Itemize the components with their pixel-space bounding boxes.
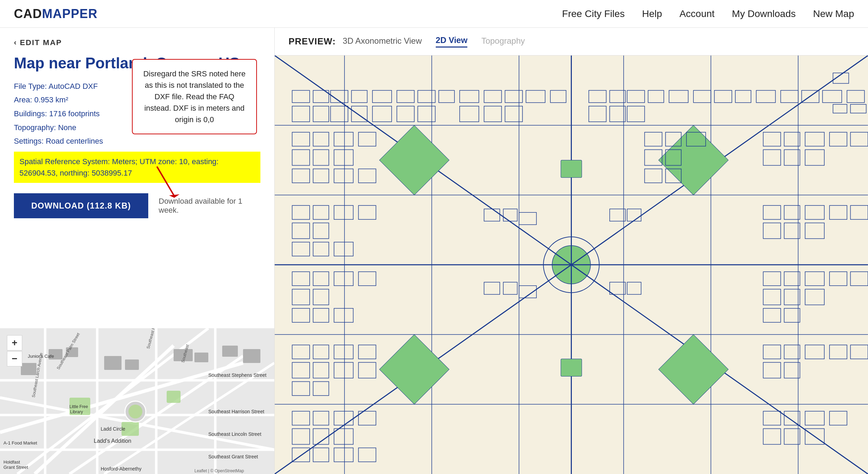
svg-text:Ladd Circle: Ladd Circle	[101, 426, 125, 432]
edit-map-label: EDIT MAP	[20, 38, 62, 47]
left-panel: ‹ EDIT MAP Map near Portland, Oregon, US…	[0, 28, 274, 474]
nav-free-city-files[interactable]: Free City Files	[562, 8, 625, 19]
download-button[interactable]: DOWNLOAD (112.8 KB)	[14, 193, 148, 218]
svg-rect-27	[243, 349, 260, 363]
nav-my-downloads[interactable]: My Downloads	[732, 8, 796, 19]
svg-text:A-1 Food Market: A-1 Food Market	[3, 440, 37, 446]
tooltip-box: Disregard the SRS noted here as this is …	[132, 59, 257, 134]
logo-cad: CAD	[14, 7, 42, 21]
svg-rect-23	[125, 359, 139, 370]
svg-rect-21	[21, 363, 36, 375]
main-layout: ‹ EDIT MAP Map near Portland, Oregon, US…	[0, 28, 868, 474]
svg-text:Library: Library	[70, 409, 83, 414]
tooltip-container: Disregard the SRS noted here as this is …	[132, 59, 257, 134]
right-panel: PREVIEW: 3D Axonometric View 2D View Top…	[274, 28, 868, 474]
cad-canvas	[275, 56, 868, 474]
logo-mapper: MAPPER	[42, 7, 98, 21]
edit-map-back[interactable]: ‹ EDIT MAP	[14, 38, 260, 47]
svg-rect-26	[222, 346, 238, 357]
svg-text:Little Free: Little Free	[69, 404, 88, 409]
settings: Settings: Road centerlines	[14, 134, 260, 148]
preview-label: PREVIEW:	[289, 36, 336, 47]
svg-text:Southeast Grant Street: Southeast Grant Street	[208, 454, 258, 459]
svg-text:Southeast Harrison Street: Southeast Harrison Street	[208, 409, 264, 414]
svg-marker-1	[169, 194, 180, 198]
preview-header: PREVIEW: 3D Axonometric View 2D View Top…	[275, 28, 868, 56]
tab-3d[interactable]: 3D Axonometric View	[343, 36, 422, 47]
svg-text:Hosford-Abernethy: Hosford-Abernethy	[101, 466, 142, 472]
svg-text:Southeast Lincoln Street: Southeast Lincoln Street	[208, 431, 261, 437]
main-nav: Free City Files Help Account My Download…	[562, 8, 854, 19]
street-map: Southeast Stephens Street Southeast Harr…	[0, 328, 274, 474]
svg-rect-18	[167, 391, 181, 403]
svg-rect-25	[194, 353, 208, 362]
svg-text:Holdfast: Holdfast	[3, 459, 20, 465]
svg-text:Southeast Stephens Street: Southeast Stephens Street	[208, 372, 266, 378]
nav-new-map[interactable]: New Map	[813, 8, 854, 19]
back-chevron-icon: ‹	[14, 38, 16, 47]
spatial-ref: Spatial Reference System: Meters; UTM zo…	[14, 152, 260, 183]
svg-point-29	[128, 405, 142, 418]
zoom-controls: + −	[7, 335, 22, 366]
zoom-out-button[interactable]: −	[7, 351, 22, 366]
svg-line-0	[157, 167, 174, 196]
svg-text:Ladd's Addition: Ladd's Addition	[94, 438, 131, 444]
header: CADMAPPER Free City Files Help Account M…	[0, 0, 868, 28]
zoom-in-button[interactable]: +	[7, 335, 22, 350]
svg-text:Leaflet | © OpenStreetMap: Leaflet | © OpenStreetMap	[194, 468, 244, 473]
nav-help[interactable]: Help	[642, 8, 662, 19]
preview-tabs: 3D Axonometric View 2D View Topography	[343, 35, 525, 48]
logo: CADMAPPER	[14, 7, 98, 21]
svg-rect-22	[104, 356, 122, 370]
download-row: DOWNLOAD (112.8 KB) Download available f…	[14, 193, 260, 218]
cad-preview	[275, 56, 868, 474]
map-section: Southeast Stephens Street Southeast Harr…	[0, 328, 274, 474]
tooltip-text: Disregard the SRS noted here as this is …	[143, 69, 246, 124]
nav-account[interactable]: Account	[679, 8, 715, 19]
svg-text:Grant Street: Grant Street	[3, 465, 28, 470]
svg-rect-167	[561, 160, 582, 178]
tab-2d[interactable]: 2D View	[436, 35, 468, 48]
tab-topography[interactable]: Topography	[481, 36, 525, 47]
svg-rect-203	[561, 359, 582, 376]
